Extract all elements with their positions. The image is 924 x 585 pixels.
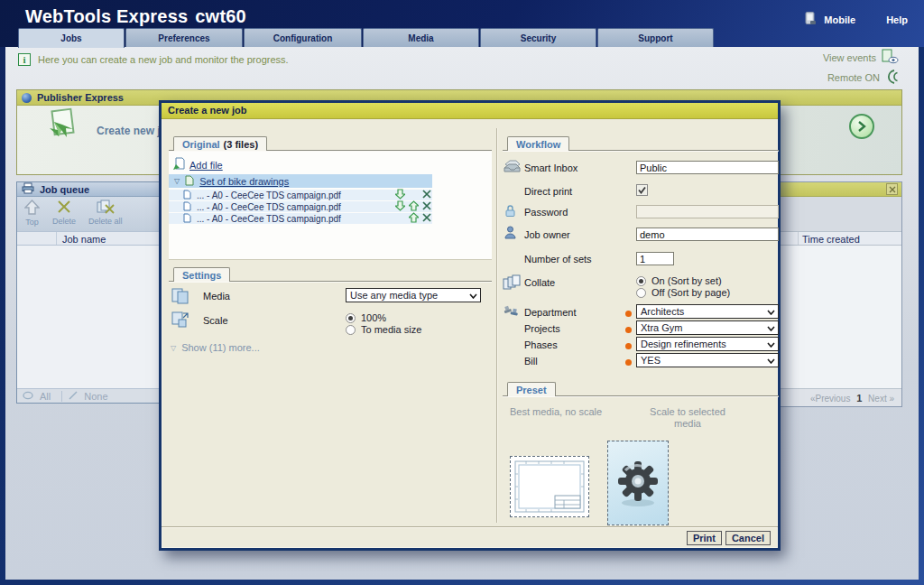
settings-section-tab[interactable]: Settings (173, 267, 230, 282)
info-message: Here you can create a new job and monito… (38, 54, 289, 65)
preset-option2-label: Scale to selected media (638, 406, 737, 430)
scale-to-media-radio[interactable]: To media size (346, 324, 421, 335)
info-icon: i (18, 53, 31, 66)
tab-jobs[interactable]: Jobs (18, 28, 125, 48)
add-file-link[interactable]: Add file (172, 157, 223, 172)
department-label: Department (524, 307, 576, 318)
job-owner-input[interactable] (636, 228, 779, 241)
select-all-icon (23, 391, 34, 402)
app-title: WebTools Expresscwt60 (25, 6, 246, 27)
top-button[interactable]: Top (24, 200, 40, 227)
number-of-sets-input[interactable] (636, 252, 674, 265)
publisher-sphere-icon (22, 93, 32, 103)
file-count: (3 files) (224, 139, 259, 150)
direct-print-checkbox[interactable] (636, 184, 648, 196)
set-name-link[interactable]: Set of bike drawings (199, 176, 289, 187)
file-icon (183, 213, 191, 225)
tab-preferences[interactable]: Preferences (125, 28, 243, 47)
remove-file-icon[interactable] (421, 213, 432, 224)
collate-icon (503, 274, 521, 292)
set-icon (185, 175, 194, 188)
delete-button[interactable]: Delete (52, 200, 76, 226)
department-icon (503, 305, 521, 320)
preset-scale-thumbnail[interactable] (607, 441, 669, 525)
app-header: WebTools Expresscwt60 Mobile Help Jobs P… (0, 0, 924, 47)
password-label: Password (524, 207, 568, 218)
publisher-title: Publisher Express (37, 92, 124, 103)
preset-best-media-thumbnail[interactable] (510, 456, 589, 517)
current-page: 1 (856, 393, 862, 404)
select-all-link[interactable]: All (40, 391, 51, 402)
required-dot (625, 359, 632, 366)
remote-toggle[interactable]: Remote ON (827, 69, 899, 87)
mobile-link[interactable]: Mobile (824, 14, 855, 25)
expand-triangle-icon: ▽ (171, 344, 176, 352)
projects-select[interactable]: Xtra Gym (636, 320, 779, 335)
delete-x-icon (57, 200, 71, 216)
publisher-go-button[interactable] (849, 114, 874, 139)
number-of-sets-label: Number of sets (524, 254, 592, 265)
top-arrow-icon (24, 200, 40, 217)
job-queue-title: Job queue (40, 184, 89, 195)
collate-off-radio[interactable]: Off (Sort by page) (636, 287, 730, 298)
time-created-column-header[interactable]: Time created (799, 232, 860, 245)
media-select[interactable]: Use any media type (346, 288, 481, 302)
show-more-link[interactable]: ▽ Show (11) more... (171, 342, 260, 353)
phases-label: Phases (524, 339, 558, 350)
panel-close-button[interactable] (886, 183, 898, 195)
move-down-icon[interactable] (394, 200, 405, 213)
add-file-icon (172, 157, 185, 172)
tab-support[interactable]: Support (597, 28, 714, 47)
help-link[interactable]: Help (886, 14, 908, 25)
cancel-button[interactable]: Cancel (725, 531, 771, 545)
delete-all-button[interactable]: Delete all (88, 200, 123, 226)
file-set-row[interactable]: ▽ Set of bike drawings (169, 174, 432, 188)
smart-inbox-icon (503, 159, 522, 176)
department-select[interactable]: Architects (636, 304, 779, 319)
smart-inbox-label: Smart Inbox (524, 162, 578, 173)
next-page-link[interactable]: Next » (868, 394, 894, 404)
move-up-icon[interactable] (408, 212, 419, 225)
bill-select[interactable]: YES (636, 353, 779, 367)
file-icon (183, 201, 191, 213)
remove-file-icon[interactable] (421, 190, 432, 200)
previous-page-link[interactable]: «Previous (810, 394, 850, 404)
lock-icon (504, 204, 516, 219)
preset-option1-label: Best media, no scale (510, 406, 631, 418)
original-section-tab[interactable]: Original(3 files) (173, 136, 267, 151)
instance-name: cwt60 (195, 6, 246, 26)
media-label: Media (203, 291, 230, 302)
tab-security[interactable]: Security (480, 28, 596, 47)
mobile-icon (805, 12, 817, 27)
remote-crescent-icon (885, 69, 899, 87)
file-list-area: Add file ▽ Set of bike drawings ... - A0… (169, 152, 492, 260)
required-dot (625, 343, 632, 349)
scale-100-radio[interactable]: 100% (346, 312, 386, 323)
collate-label: Collate (524, 277, 555, 288)
media-icon (171, 287, 190, 307)
dialog-title: Create a new job (162, 103, 778, 119)
select-none-link[interactable]: None (84, 391, 107, 402)
remove-file-icon[interactable] (421, 201, 432, 212)
workflow-section-tab[interactable]: Workflow (507, 136, 569, 151)
required-dot (625, 327, 632, 333)
print-button[interactable]: Print (687, 531, 722, 545)
file-row[interactable]: ... - A0 - CeeCee TDS campaign.pdf (169, 213, 432, 224)
collapse-triangle-icon[interactable]: ▽ (174, 177, 180, 185)
phases-select[interactable]: Design refinements (636, 337, 779, 351)
smart-inbox-input[interactable] (636, 161, 779, 174)
move-up-icon[interactable] (408, 200, 419, 213)
job-name-column-header[interactable]: Job name (57, 232, 106, 245)
create-new-job-icon[interactable] (42, 107, 80, 144)
create-job-dialog: Create a new job Original(3 files) Add f… (159, 100, 781, 551)
view-events-link[interactable]: View events (823, 49, 899, 66)
collate-on-radio[interactable]: On (Sort by set) (636, 275, 722, 286)
job-owner-label: Job owner (524, 229, 570, 240)
file-row[interactable]: ... - A0 - CeeCee TDS campaign.pdf (169, 190, 432, 200)
tab-media[interactable]: Media (363, 28, 479, 47)
tab-configuration[interactable]: Configuration (244, 28, 362, 47)
scale-label: Scale (203, 315, 228, 326)
file-row[interactable]: ... - A0 - CeeCee TDS campaign.pdf (169, 201, 432, 212)
move-down-icon[interactable] (394, 189, 405, 201)
preset-section-tab[interactable]: Preset (507, 382, 556, 396)
